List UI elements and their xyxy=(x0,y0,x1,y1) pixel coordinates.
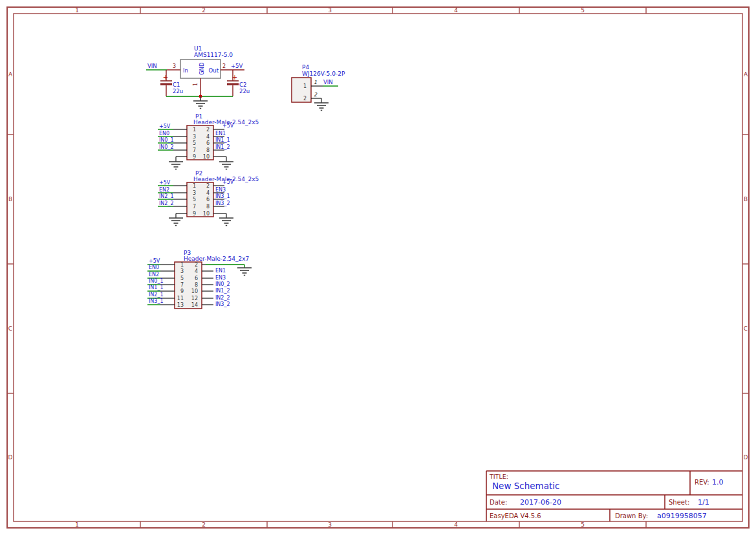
pin-number: 12 xyxy=(191,296,198,301)
header-p1[interactable]: P1 Header-Male-2.54_2x5 1 2 3 4 5 6 7 8 … xyxy=(158,113,259,169)
net-label[interactable]: IN0_2 xyxy=(159,144,174,150)
net-vin-u1[interactable]: VIN xyxy=(146,63,167,70)
net-label[interactable]: IN2_2 xyxy=(159,201,174,206)
ground-symbol[interactable] xyxy=(237,268,252,276)
net-label[interactable]: IN2_1 xyxy=(149,292,164,298)
gnd-rail-u1[interactable] xyxy=(166,95,233,109)
frame-col-label: 5 xyxy=(581,521,585,528)
pin-number: 9 xyxy=(193,154,196,160)
ground-symbol[interactable] xyxy=(169,162,183,169)
net-label[interactable]: IN1_1 xyxy=(215,137,230,143)
frame-col-label: 1 xyxy=(75,521,79,528)
pin-number: 1 xyxy=(180,262,184,268)
ground-symbol[interactable] xyxy=(314,103,329,111)
frame-row-label: D xyxy=(8,454,13,461)
net-label[interactable]: IN1_2 xyxy=(215,144,230,150)
p4-part[interactable]: WJ126V-5.0-2P xyxy=(302,71,345,77)
connector-p4[interactable]: P4 WJ126V-5.0-2P 1 2 1 2 VIN xyxy=(292,64,345,111)
u1-pin2-number: 2 xyxy=(222,63,226,69)
p4-body[interactable] xyxy=(292,78,311,102)
frame-col-label: 4 xyxy=(454,521,458,528)
p4-pin2-pad: 2 xyxy=(314,92,318,98)
net-label[interactable]: +5V xyxy=(149,258,160,264)
pin-number: 3 xyxy=(193,190,196,196)
net-label[interactable]: +5V xyxy=(159,180,171,186)
net-label[interactable]: EN3 xyxy=(215,275,226,281)
pin-number: 8 xyxy=(206,204,210,210)
net-5v-u1[interactable]: +5V xyxy=(231,63,243,69)
net-label[interactable]: EN3 xyxy=(215,187,226,193)
ground-symbol[interactable] xyxy=(193,101,208,109)
net-label[interactable]: IN3_1 xyxy=(149,298,164,304)
drawn-by-label: Drawn By: xyxy=(615,512,648,519)
c1-value[interactable]: 22u xyxy=(173,88,183,94)
pin-number: 11 xyxy=(177,296,184,301)
c2-plate-bottom[interactable] xyxy=(227,83,239,85)
software-version: EasyEDA V4.5.6 xyxy=(490,512,541,519)
net-label[interactable]: +5V xyxy=(222,179,234,185)
net-label[interactable]: IN0_2 xyxy=(215,281,230,287)
net-label[interactable]: IN1_1 xyxy=(149,285,164,290)
net-label[interactable]: IN3_2 xyxy=(215,201,230,206)
u1-ref[interactable]: U1 xyxy=(194,45,202,52)
header-p3[interactable]: P3 Header-Male-2.54_2x7 1 2 3 4 5 6 7 8 … xyxy=(147,250,252,309)
ground-symbol[interactable] xyxy=(219,162,233,169)
p3-part[interactable]: Header-Male-2.54_2x7 xyxy=(184,256,249,262)
capacitor-c2[interactable]: + C2 22u xyxy=(227,70,250,96)
c1-ref[interactable]: C1 xyxy=(173,82,180,88)
drawn-by-value[interactable]: a0919958057 xyxy=(657,512,707,520)
net-label[interactable]: EN2 xyxy=(149,272,159,278)
net-label[interactable]: IN1_2 xyxy=(215,288,230,294)
net-label[interactable]: IN2_1 xyxy=(159,193,174,199)
header-p2[interactable]: P2 Header-Male-2.54_2x5 1 2 3 4 5 6 7 8 … xyxy=(158,170,259,226)
title-block: TITLE: New Schematic REV: 1.0 Date: 2017… xyxy=(486,471,742,521)
ground-symbol[interactable] xyxy=(169,218,183,226)
net-label[interactable]: EN2 xyxy=(159,187,169,193)
p4-pin1-pad: 1 xyxy=(314,80,317,85)
u1-pin3-number: 3 xyxy=(173,63,176,69)
c2-ref[interactable]: C2 xyxy=(239,82,246,88)
net-label[interactable]: IN0_1 xyxy=(149,278,164,284)
net-label-5v[interactable]: +5V xyxy=(231,63,243,69)
c1-plate-bottom[interactable] xyxy=(160,83,172,85)
sheet-value[interactable]: 1/1 xyxy=(698,498,709,507)
net-label[interactable]: IN2_2 xyxy=(215,295,230,301)
date-value[interactable]: 2017-06-20 xyxy=(520,498,561,507)
rev-value[interactable]: 1.0 xyxy=(712,478,724,486)
pin-number: 5 xyxy=(180,276,184,281)
pin-number: 4 xyxy=(206,134,210,140)
net-label[interactable]: +5V xyxy=(222,123,234,129)
pin-number: 2 xyxy=(206,127,210,133)
net-label-vin[interactable]: VIN xyxy=(147,63,157,69)
frame-col-label: 3 xyxy=(328,7,332,14)
p4-ref[interactable]: P4 xyxy=(302,64,309,71)
u1-part[interactable]: AMS1117-5.0 xyxy=(194,52,233,58)
frame-col-label: 2 xyxy=(202,521,206,528)
net-label[interactable]: IN3_1 xyxy=(215,193,230,199)
ground-symbol[interactable] xyxy=(219,218,233,226)
c2-polarity: + xyxy=(232,74,237,81)
pin-number: 10 xyxy=(203,154,210,160)
frame-row-label: B xyxy=(744,196,748,202)
net-label[interactable]: +5V xyxy=(159,124,171,129)
rev-label: REV: xyxy=(695,479,709,486)
net-label[interactable]: EN0 xyxy=(159,131,169,136)
p4-pin1-number: 1 xyxy=(303,83,307,89)
u1-pin-name-out: Out xyxy=(209,67,219,74)
schematic-canvas: 1 2 3 4 5 1 2 3 4 5 A B C D A B C D U1 A… xyxy=(0,0,756,535)
p4-pin2-number: 2 xyxy=(303,96,307,102)
capacitor-c1[interactable]: + C1 22u xyxy=(160,70,183,96)
net-label[interactable]: EN1 xyxy=(215,268,226,274)
net-label[interactable]: EN0 xyxy=(149,265,159,270)
pin-number: 1 xyxy=(193,127,196,133)
net-label[interactable]: EN1 xyxy=(215,131,226,136)
pin-number: 7 xyxy=(193,147,196,153)
net-label-vin[interactable]: VIN xyxy=(323,79,333,85)
pin-number: 7 xyxy=(193,204,196,210)
schematic-title[interactable]: New Schematic xyxy=(492,481,559,491)
u1-pin-name-in: In xyxy=(183,67,188,74)
net-label[interactable]: IN0_1 xyxy=(159,137,174,143)
net-label[interactable]: IN3_2 xyxy=(215,301,230,307)
c2-value[interactable]: 22u xyxy=(239,88,250,94)
pin-number: 13 xyxy=(177,302,184,308)
